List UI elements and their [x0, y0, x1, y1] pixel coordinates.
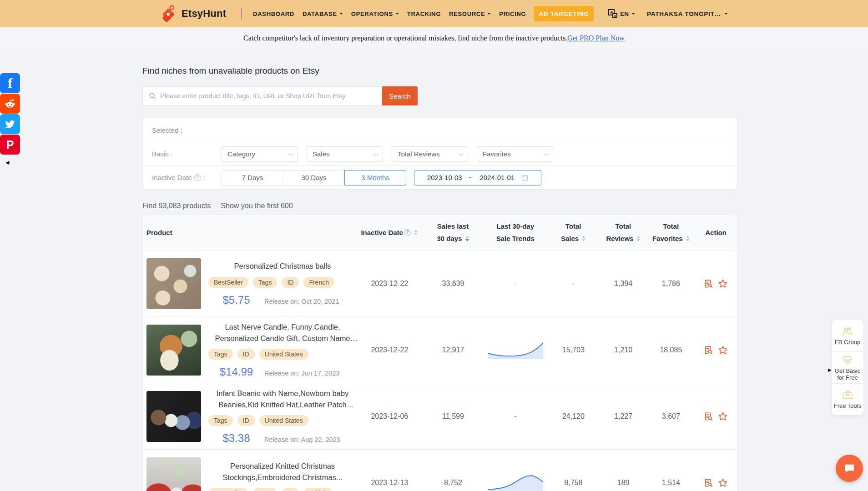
facebook-share-icon[interactable]: f	[0, 73, 20, 93]
nav-item-dashboard[interactable]: DASHBOARD	[253, 10, 294, 17]
help-icon[interactable]: ?	[194, 174, 201, 181]
product-analytics-icon[interactable]	[703, 411, 713, 421]
product-thumbnail[interactable]	[146, 391, 201, 442]
get-pro-plan-link[interactable]: Get PRO Plan Now	[567, 34, 625, 42]
badge-id: ID	[282, 277, 299, 288]
table-header: Product Inactive Date ? Sales last 30 da…	[143, 215, 737, 251]
promo-banner: Catch competitor's lack of inventory pre…	[0, 27, 868, 49]
search-input-wrapper	[142, 86, 382, 105]
collapse-panel-arrow-icon[interactable]: ▶	[828, 367, 832, 372]
inactive-date-range-buttons: 7 Days 30 Days 3 Months	[222, 170, 406, 185]
translate-icon: Ax	[608, 9, 617, 18]
chevron-down-icon	[288, 150, 293, 155]
people-icon	[842, 326, 853, 337]
nav-item-tracking[interactable]: TRACKING	[407, 10, 441, 17]
sale-trend-value: -	[484, 280, 547, 288]
nav-item-database[interactable]: DATABASE	[303, 10, 343, 17]
basic-filters-row: Basic : Category Sales Total Reviews Fav…	[143, 142, 737, 165]
ad-targeting-button[interactable]: AD TARGETING	[534, 6, 594, 21]
collapse-rail-arrow-icon[interactable]: ◀	[5, 160, 20, 165]
favorite-star-icon[interactable]	[717, 278, 728, 289]
7-days-button[interactable]: 7 Days	[222, 170, 283, 185]
nav-divider	[242, 8, 242, 20]
product-analytics-icon[interactable]	[703, 345, 713, 355]
user-menu[interactable]: PATHAKSA TONGPIT…	[647, 10, 728, 17]
table-row: Last Nerve Candle, Funny Candle, Persona…	[143, 317, 737, 383]
sale-trend-value: -	[484, 412, 547, 421]
nav-item-resource[interactable]: RESOURCE	[449, 10, 491, 17]
search-input[interactable]	[160, 92, 376, 100]
social-share-rail: f P ◀	[0, 73, 20, 165]
sort-total-favorites[interactable]	[686, 236, 690, 241]
chevron-down-icon	[487, 13, 491, 16]
live-chat-button[interactable]	[836, 455, 863, 482]
badge-bestseller: BestSeller	[208, 488, 248, 491]
total-reviews-select[interactable]: Total Reviews	[392, 146, 468, 162]
header-sales-30d: Sales last 30 days	[422, 220, 484, 245]
pinterest-share-icon[interactable]: P	[0, 135, 20, 155]
free-tools-link[interactable]: Free Tools	[832, 383, 863, 415]
sort-inactive-date[interactable]	[414, 230, 418, 235]
promo-text: Catch competitor's lack of inventory pre…	[243, 34, 567, 42]
total-favorites-value: 1,514	[647, 479, 695, 487]
sort-total-sales[interactable]	[582, 236, 585, 241]
3-months-button[interactable]: 3 Months	[344, 170, 406, 185]
favorite-star-icon[interactable]	[717, 345, 728, 356]
date-from[interactable]: 2023-10-03	[427, 174, 462, 181]
total-sales-value: 15,703	[547, 346, 600, 354]
help-icon[interactable]: ?	[404, 229, 411, 236]
nav-item-operations[interactable]: OPERATIONS	[351, 10, 399, 17]
chat-bubble-icon	[843, 462, 856, 475]
top-navbar: EtsyHunt DASHBOARD DATABASE OPERATIONS T…	[0, 0, 868, 27]
language-selector[interactable]: Ax EN	[608, 9, 635, 18]
total-reviews-value: 1,227	[600, 412, 647, 421]
sort-total-reviews[interactable]	[636, 236, 640, 241]
date-to[interactable]: 2024-01-01	[479, 174, 515, 181]
badge-id: ID	[282, 488, 299, 491]
total-reviews-value: 189	[600, 479, 647, 487]
header-total-sales: Total Sales	[547, 220, 600, 245]
etsyhunt-logo-icon	[160, 4, 177, 23]
product-badges: BestSeller Tags ID French	[208, 277, 357, 288]
brand-name: EtsyHunt	[182, 8, 226, 20]
product-analytics-icon[interactable]	[703, 279, 713, 289]
search-button[interactable]: Search	[382, 86, 418, 105]
reddit-share-icon[interactable]	[0, 94, 20, 114]
favorites-select[interactable]: Favorites	[477, 146, 553, 162]
product-badges: Tags ID United States	[208, 349, 357, 360]
product-release-date: Release on: Oct 20, 2021	[264, 298, 339, 305]
date-separator: ~	[469, 174, 473, 181]
twitter-share-icon[interactable]	[0, 114, 20, 134]
product-thumbnail[interactable]	[146, 325, 201, 376]
category-select[interactable]: Category	[222, 146, 298, 162]
inactive-date-value: 2023-12-22	[357, 280, 423, 288]
30-days-button[interactable]: 30 Days	[283, 170, 345, 185]
sort-sales-30d[interactable]	[465, 236, 469, 241]
product-title[interactable]: Infant Beanie with Name,Newborn baby Bea…	[208, 388, 357, 411]
user-name: PATHAKSA TONGPIT…	[647, 10, 721, 17]
product-analytics-icon[interactable]	[703, 478, 713, 488]
product-price: $14.99	[208, 366, 264, 378]
get-basic-free-link[interactable]: Get Basic for Free	[832, 351, 863, 383]
product-title[interactable]: Personalized Knitted Christmas Stockings…	[208, 461, 357, 483]
fb-group-label: FB Group	[835, 339, 860, 346]
nav-item-pricing[interactable]: PRICING	[499, 10, 526, 17]
badge-id: ID	[237, 415, 255, 426]
product-thumbnail[interactable]	[146, 258, 201, 309]
fb-group-link[interactable]: FB Group	[832, 320, 863, 351]
etsyhunt-logo[interactable]: EtsyHunt	[160, 4, 226, 23]
chevron-down-icon	[544, 150, 549, 155]
product-title[interactable]: Last Nerve Candle, Funny Candle, Persona…	[208, 321, 357, 344]
product-title[interactable]: Personalized Christmas balls	[208, 261, 357, 272]
favorite-star-icon[interactable]	[717, 477, 728, 488]
favorite-star-icon[interactable]	[717, 411, 728, 422]
chevron-down-icon	[631, 13, 635, 16]
calendar-icon	[521, 174, 528, 181]
free-tools-label: Free Tools	[834, 403, 861, 410]
inactive-date-row: Inactive Date ? : 7 Days 30 Days 3 Month…	[143, 165, 737, 189]
badge-language: French	[303, 277, 334, 288]
date-range-picker[interactable]: 2023-10-03 ~ 2024-01-01	[414, 170, 541, 185]
product-thumbnail[interactable]	[146, 457, 201, 491]
sales-select[interactable]: Sales	[307, 146, 383, 162]
get-basic-free-label: Get Basic for Free	[832, 368, 863, 381]
